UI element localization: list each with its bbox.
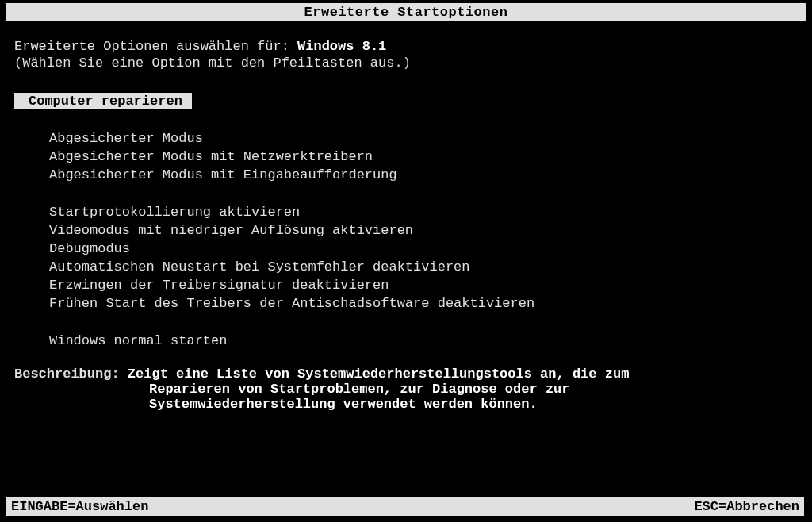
menu-item-label: Abgesicherter Modus — [49, 131, 203, 146]
os-name: Windows 8.1 — [297, 39, 386, 54]
menu-item-disable-driver-signature[interactable]: Erzwingen der Treibersignatur deaktivier… — [30, 277, 798, 294]
menu-item-safe-mode-networking[interactable]: Abgesicherter Modus mit Netzwerktreibern — [30, 148, 798, 165]
menu-item-label: Videomodus mit niedriger Auflösung aktiv… — [49, 223, 413, 238]
footer-bar: EINGABE=Auswählen ESC=Abbrechen — [6, 497, 804, 516]
footer-cancel-hint: ESC=Abbrechen — [694, 499, 799, 514]
menu-item-disable-auto-restart[interactable]: Automatischen Neustart bei Systemfehler … — [30, 259, 798, 275]
description-block: Beschreibung: Zeigt eine Liste von Syste… — [14, 367, 798, 412]
page-title: Erweiterte Startoptionen — [304, 5, 508, 20]
menu-item-label: Startprotokollierung aktivieren — [49, 205, 300, 220]
group-separator — [30, 313, 798, 331]
menu-item-label: Computer reparieren — [29, 94, 182, 109]
prompt-line: Erweiterte Optionen auswählen für: Windo… — [14, 39, 798, 54]
boot-menu[interactable]: Computer reparieren Abgesicherter Modus … — [30, 91, 798, 349]
menu-item-boot-logging[interactable]: Startprotokollierung aktivieren — [30, 204, 798, 221]
description-text-line1: Zeigt eine Liste von Systemwiederherstel… — [128, 367, 630, 382]
description-text-line3: Systemwiederherstellung verwendet werden… — [14, 397, 798, 412]
title-bar: Erweiterte Startoptionen — [6, 3, 806, 21]
menu-item-safe-mode-command-prompt[interactable]: Abgesicherter Modus mit Eingabeaufforder… — [30, 167, 798, 183]
menu-item-label: Windows normal starten — [49, 333, 227, 348]
group-separator — [30, 111, 798, 129]
menu-item-label: Automatischen Neustart bei Systemfehler … — [49, 259, 470, 274]
content-area: Erweiterte Optionen auswählen für: Windo… — [0, 21, 812, 412]
hint-line: (Wählen Sie eine Option mit den Pfeiltas… — [14, 56, 798, 71]
menu-item-label: Erzwingen der Treibersignatur deaktivier… — [49, 278, 389, 293]
menu-item-start-windows-normally[interactable]: Windows normal starten — [30, 332, 798, 349]
group-separator — [30, 185, 798, 202]
menu-item-low-res-video[interactable]: Videomodus mit niedriger Auflösung aktiv… — [30, 222, 798, 239]
menu-item-disable-early-antimalware[interactable]: Frühen Start des Treibers der Antischads… — [30, 295, 798, 312]
menu-item-repair-computer[interactable]: Computer reparieren — [14, 93, 192, 109]
description-text-line2: Reparieren von Startproblemen, zur Diagn… — [14, 382, 798, 397]
menu-item-label: Abgesicherter Modus mit Netzwerktreibern — [49, 149, 373, 164]
menu-item-debug-mode[interactable]: Debugmodus — [30, 240, 798, 257]
prompt-label: Erweiterte Optionen auswählen für: — [14, 39, 289, 54]
menu-item-label: Debugmodus — [49, 241, 130, 256]
menu-item-label: Abgesicherter Modus mit Eingabeaufforder… — [49, 167, 397, 182]
menu-item-safe-mode[interactable]: Abgesicherter Modus — [30, 130, 798, 147]
footer-select-hint: EINGABE=Auswählen — [11, 499, 148, 514]
description-label: Beschreibung: — [14, 367, 120, 382]
menu-item-label: Frühen Start des Treibers der Antischads… — [49, 296, 534, 311]
